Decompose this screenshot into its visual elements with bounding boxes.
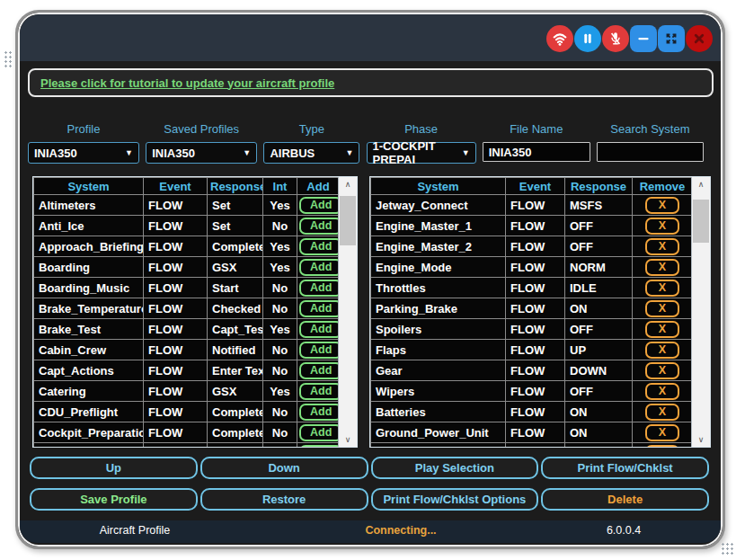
available-table-scrollbar[interactable]: ∧ ∨ [338, 177, 357, 447]
available-table-row[interactable]: CDU_PreflightFLOWCompletedNoAdd [34, 402, 339, 422]
profile-table-row[interactable]: Ground_Power_UnitFLOWONX [371, 422, 692, 443]
resize-grip[interactable] [721, 542, 734, 556]
cell-event: FLOW [506, 298, 565, 319]
wifi-button[interactable] [546, 25, 573, 52]
profile-table-row[interactable]: Engine_Master_1FLOWOFFX [371, 216, 692, 236]
cell-add: Add [297, 443, 339, 448]
saved-profiles-dropdown-value: INIA350 [152, 147, 195, 160]
print-flow-chklst-button[interactable]: Print Flow/Chklst [541, 457, 709, 479]
cell-int: No [263, 278, 297, 298]
profile-table-row[interactable]: WipersFLOWOFFX [371, 381, 692, 402]
phase-dropdown[interactable]: 1-COCKPIT PREPAI ▼ [367, 142, 476, 164]
minimize-button[interactable] [630, 25, 657, 52]
add-button[interactable]: Add [299, 362, 338, 379]
add-button[interactable]: Add [299, 280, 338, 297]
saved-profiles-dropdown[interactable]: INIA350 ▼ [146, 142, 257, 164]
cell-system: Altimeters [34, 195, 144, 216]
profile-table-row[interactable]: Engine_Master_2FLOWOFFX [371, 236, 692, 257]
scroll-up-icon[interactable]: ∧ [339, 177, 357, 191]
profile-table-row[interactable]: Engine_ModeFLOWNORMX [371, 257, 692, 278]
add-button[interactable]: Add [299, 383, 338, 400]
remove-button[interactable]: X [645, 383, 679, 400]
available-table-row[interactable]: AltimetersFLOWSetYesAdd [34, 195, 339, 216]
remove-button[interactable]: X [645, 259, 679, 276]
available-table-row[interactable]: CateringFLOWGSXYesAdd [34, 381, 339, 402]
profile-dropdown[interactable]: INIA350 ▼ [28, 142, 139, 164]
add-button[interactable]: Add [299, 424, 338, 441]
save-profile-button[interactable]: Save Profile [30, 488, 198, 511]
remove-button[interactable]: X [645, 445, 679, 448]
add-button[interactable]: Add [299, 238, 338, 255]
up-button[interactable]: Up [30, 457, 198, 479]
available-table-row[interactable]: Cabin_CrewFLOWNotifiedNoAdd [34, 340, 339, 360]
delete-button[interactable]: Delete [541, 488, 709, 511]
play-selection-button[interactable]: Play Selection [371, 457, 539, 479]
col-header-remove: Remove [633, 178, 692, 195]
add-button[interactable]: Add [299, 197, 338, 214]
profile-table-row[interactable]: FlapsFLOWUPX [371, 340, 692, 360]
maximize-button[interactable] [658, 25, 685, 52]
profile-table-row[interactable]: Jetway_ConnectFLOWMSFSX [371, 195, 692, 216]
mute-mic-button[interactable] [602, 25, 629, 52]
cell-response: Completed [208, 422, 263, 443]
available-table-row[interactable]: Boarding_MusicFLOWStartNoAdd [34, 278, 339, 298]
cell-system [371, 443, 506, 448]
cell-remove: X [633, 216, 692, 236]
cell-int [263, 443, 297, 448]
remove-button[interactable]: X [645, 218, 679, 235]
cell-response: Checked [208, 298, 263, 319]
search-system-input[interactable] [597, 142, 704, 162]
scroll-down-icon[interactable]: ∨ [339, 432, 357, 447]
remove-button[interactable]: X [645, 300, 679, 317]
add-button[interactable]: Add [299, 321, 338, 338]
available-table-row[interactable]: Brake_TemperatureFLOWCheckedNoAdd [34, 298, 339, 319]
cell-event: FLOW [144, 298, 208, 319]
profile-table-row[interactable]: SpoilersFLOWOFFX [371, 319, 692, 340]
add-button[interactable]: Add [299, 445, 338, 448]
add-button[interactable]: Add [299, 342, 338, 359]
file-name-input[interactable] [483, 142, 590, 162]
available-table-row[interactable]: Anti_IceFLOWSetNoAdd [34, 216, 339, 236]
profile-table-row[interactable]: Parking_BrakeFLOWONX [371, 298, 692, 319]
remove-button[interactable]: X [645, 424, 679, 441]
tutorial-link[interactable]: Please click for tutorial to update your… [40, 76, 334, 90]
remove-button[interactable]: X [645, 238, 679, 255]
profile-table-scrollbar[interactable]: ∧ ∨ [691, 177, 710, 447]
close-button[interactable] [686, 25, 713, 52]
available-table-row[interactable]: BoardingFLOWGSXYesAdd [34, 257, 339, 278]
scrollbar-thumb[interactable] [340, 196, 356, 245]
available-table-row[interactable]: Brake_TestFLOWCapt_TestYesAdd [34, 319, 339, 340]
remove-button[interactable]: X [645, 321, 679, 338]
print-flow-chklst-options-button[interactable]: Print Flow/Chklst Options [371, 488, 539, 511]
col-header-system: System [371, 178, 506, 195]
available-table-row[interactable]: Capt_ActionsFLOWEnter TextNoAdd [34, 360, 339, 381]
add-button[interactable]: Add [299, 218, 338, 235]
cell-remove: X [633, 278, 692, 298]
available-table-row[interactable]: Add [34, 443, 339, 448]
profile-table-row[interactable]: ThrottlesFLOWIDLEX [371, 278, 692, 298]
available-table-row[interactable]: Cockpit_PreparationFLOWCompletedNoAdd [34, 422, 339, 443]
profile-table-row[interactable]: BatteriesFLOWONX [371, 402, 692, 422]
cell-int: No [263, 298, 297, 319]
restore-button[interactable]: Restore [200, 488, 368, 511]
scroll-up-icon[interactable]: ∧ [692, 177, 710, 191]
add-button[interactable]: Add [299, 259, 338, 276]
remove-button[interactable]: X [645, 362, 679, 379]
add-button[interactable]: Add [299, 300, 338, 317]
down-button[interactable]: Down [200, 457, 368, 479]
scrollbar-thumb[interactable] [693, 200, 709, 243]
cell-add: Add [297, 195, 339, 216]
type-dropdown[interactable]: AIRBUS ▼ [263, 142, 359, 164]
profile-table-row[interactable]: GearFLOWDOWNX [371, 360, 692, 381]
resize-grip[interactable] [4, 50, 13, 67]
profile-table-row[interactable]: X [371, 443, 692, 448]
statusbar-tab-aircraft-profile[interactable]: Aircraft Profile [100, 524, 171, 537]
remove-button[interactable]: X [645, 342, 679, 359]
remove-button[interactable]: X [645, 280, 679, 297]
scroll-down-icon[interactable]: ∨ [692, 432, 710, 447]
available-table-row[interactable]: Approach_BriefingFLOWCompletedYesAdd [34, 236, 339, 257]
add-button[interactable]: Add [299, 404, 338, 421]
pause-button[interactable] [574, 25, 601, 52]
remove-button[interactable]: X [645, 404, 679, 421]
remove-button[interactable]: X [645, 197, 679, 214]
